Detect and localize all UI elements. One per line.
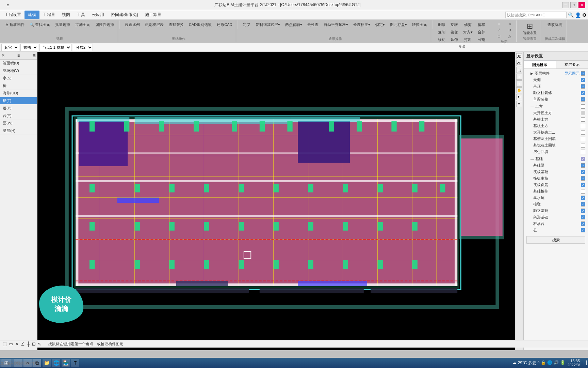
selection-icon[interactable]: ▭ [9,341,13,347]
identify-floor-btn[interactable]: 识别楼层表 [143,21,166,28]
attr-select-btn[interactable]: 属性性选择 [93,21,116,28]
menu-item-collab[interactable]: 协同建模(限免) [108,11,142,19]
check-height-btn[interactable]: 查改标高 [545,21,565,28]
restore-cad-btn[interactable]: 还原CAD [214,21,234,28]
find-replace-btn[interactable]: 查找替换 [166,21,186,28]
dropdown-category[interactable]: 其它 [1,44,19,51]
menu-item-construct[interactable]: 施工算量 [142,11,165,19]
close-button[interactable]: ✕ [578,2,585,8]
foundbeam-checkbox[interactable] [581,163,585,168]
pit-fill-checkbox[interactable] [581,143,585,148]
break-btn[interactable]: 打断 [461,36,475,43]
pan-btn[interactable]: ✋ [516,87,522,93]
align-btn[interactable]: 对齐▾ [461,29,475,36]
title-menu-btn[interactable]: ≡ [3,2,13,9]
view-ortho-btn[interactable]: ⬚ [516,67,522,73]
dropdown-type[interactable]: 抹槽 [20,44,38,51]
app-explorer-icon[interactable]: 📁 [43,359,51,367]
draw-rect-btn[interactable]: □ [494,33,504,39]
user-icon[interactable]: 👤 [575,12,581,18]
taskview-btn[interactable]: ⧉ [33,359,41,367]
lock-icon[interactable]: 🔒 [541,360,546,366]
angle-icon[interactable]: ∠ [21,341,25,347]
rotate-view-btn[interactable]: ↻ [516,94,522,100]
cloud-check-btn[interactable]: 云检查 [305,21,321,28]
draw-poly-btn[interactable]: △ [505,33,515,39]
left-item-ground[interactable]: 整场地(V) [0,67,37,75]
volume-icon[interactable]: 🔊 [554,360,559,366]
sump-checkbox[interactable] [581,196,585,200]
save-element-btn[interactable]: 图元存盘▾ [388,21,409,28]
trench-fill-checkbox[interactable] [581,137,585,141]
find-element-btn[interactable]: 🔍 查找图元 [27,21,52,28]
suspended-checkbox[interactable] [581,84,585,89]
esc-icon[interactable]: ✕ [15,341,19,347]
left-item-surface[interactable]: 面(W) [0,120,37,127]
rotate-btn[interactable]: 旋转 [448,21,460,28]
weather-icon[interactable]: ☁ [512,360,517,366]
view-3d-btn[interactable]: 3D [516,53,522,59]
found-strip-checkbox[interactable] [581,189,585,194]
left-item-price[interactable]: 价 [0,82,37,90]
draw-arc-btn[interactable]: ∪ [505,27,515,33]
view-2d-btn[interactable]: 2D [516,60,522,66]
col-cap-checkbox[interactable] [581,202,585,206]
pit-checkbox[interactable] [581,124,585,128]
trim-btn[interactable]: 修剪 [461,21,475,28]
menu-item-engineering[interactable]: 工程设置 [1,11,24,19]
close-panel-btn[interactable]: ✕ [1,53,5,58]
tab-element-display[interactable]: 图元显示 [524,61,556,68]
dropdown-layer[interactable]: 分层2 [73,44,93,51]
list-view-btn[interactable]: ≡ [17,53,20,58]
draw-circle-btn[interactable]: ○ [505,21,515,27]
isolated-checkbox[interactable] [581,209,585,213]
left-item-platform[interactable]: 台(Y) [0,112,37,120]
pick-component-btn[interactable]: 🖱 拾取构件 [3,21,27,28]
pile-cap-checkbox[interactable] [581,221,585,226]
smart-layout-btn[interactable]: ⊞ 智能布置 [521,21,539,36]
cross-icon[interactable]: ┼ [27,341,30,347]
rect-select-icon[interactable]: ⬚ [3,341,7,347]
canvas-area[interactable]: Y X 模计价 滴滴 [37,52,523,350]
menu-item-model[interactable]: 建模 [24,11,39,19]
search-taskbar-icon[interactable] [14,359,22,367]
maximize-button[interactable]: □ [570,2,577,8]
mirror-btn[interactable]: 镜像 [448,29,460,36]
merge-btn[interactable]: 合并 [475,29,488,36]
batch-select-btn[interactable]: 批量选择 [53,21,72,28]
move-btn[interactable]: 移动 [436,36,448,43]
menu-item-tools[interactable]: 工具 [74,11,88,19]
menu-item-cloud[interactable]: 云应用 [88,11,108,19]
menu-item-quantity[interactable]: 工程量 [39,11,59,19]
delete-btn[interactable]: 删除 [436,21,448,28]
left-item-seaweed[interactable]: 海带(UD) [0,90,37,97]
two-point-axis-btn[interactable]: 两点辅轴▾ [283,21,305,28]
zoom-out-btn[interactable]: - [516,80,522,87]
grid-view-btn[interactable]: ⊞ [32,53,36,58]
raft-main-checkbox[interactable] [581,176,585,181]
col-decor-checkbox[interactable] [581,91,585,95]
app-store-icon[interactable]: 🏪 [62,359,70,367]
cad-options-btn[interactable]: CAD识别选项 [186,21,214,28]
show-desktop-btn[interactable]: ▕ [582,361,587,365]
snap-icon[interactable]: ⊡ [32,341,36,347]
app-edge-icon[interactable]: 🌐 [52,359,60,367]
search-icon[interactable]: 🔍 [568,12,574,18]
auto-top-btn[interactable]: 自动平齐顶板▾ [321,21,350,28]
convert-btn[interactable]: 转换图元 [410,21,429,28]
search-btn[interactable]: 搜索 [526,236,585,244]
set-scale-btn[interactable]: 设置比例 [122,21,142,28]
pile-checkbox[interactable] [581,228,585,232]
define-btn[interactable]: 定义 [241,21,253,28]
quicksearch-input[interactable] [505,12,567,18]
length-dim-btn[interactable]: 长度标注▾ [351,21,373,28]
strip-found-checkbox[interactable] [581,215,585,219]
split-btn[interactable]: 分割 [475,36,488,43]
raft-neg-checkbox[interactable] [581,183,585,187]
draw-plus-btn[interactable]: + [494,21,504,27]
tab-floor-display[interactable]: 楼层显示 [556,61,588,68]
left-item-area[interactable]: 筑面积(U) [0,60,37,67]
room-fill-checkbox[interactable] [581,150,585,154]
battery-icon[interactable]: 🔋 [560,360,565,366]
zoom-in-btn[interactable]: + [516,74,522,80]
